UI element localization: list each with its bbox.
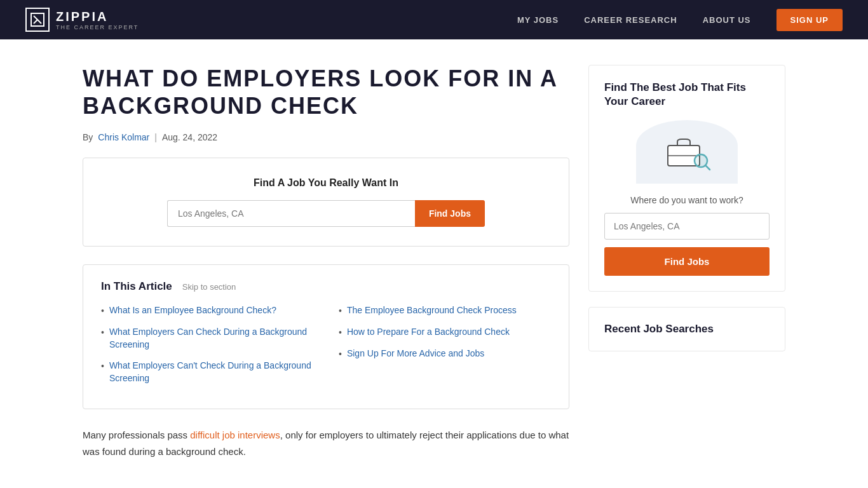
article-body: Many professionals pass difficult job in… [83, 427, 569, 459]
job-search-row: Find Jobs [167, 200, 485, 227]
toc-header: In This Article Skip to section [101, 280, 551, 293]
main-nav: MY JOBS CAREER RESEARCH ABOUT US SIGN UP [517, 9, 843, 31]
signup-button[interactable]: SIGN UP [776, 9, 843, 31]
recent-searches-title: Recent Job Searches [604, 323, 770, 336]
nav-my-jobs[interactable]: MY JOBS [517, 15, 559, 25]
article-title: WHAT DO EMPLOYERS LOOK FOR IN A BACKGROU… [83, 65, 569, 119]
logo-name: ZIPPIA [56, 10, 139, 24]
toc-col-left: • What Is an Employee Background Check? … [101, 304, 313, 393]
toc-link-3[interactable]: What Employers Can't Check During a Back… [109, 360, 313, 384]
article-meta: By Chris Kolmar | Aug. 24, 2022 [83, 132, 569, 142]
illustration-bg [636, 120, 738, 184]
content-left: WHAT DO EMPLOYERS LOOK FOR IN A BACKGROU… [83, 65, 569, 470]
toc-columns: • What Is an Employee Background Check? … [101, 304, 551, 393]
nav-about-us[interactable]: ABOUT US [703, 15, 751, 25]
toc-box: In This Article Skip to section • What I… [83, 264, 569, 409]
sidebar-card-2: Recent Job Searches [588, 307, 785, 351]
toc-item: • What Employers Can't Check During a Ba… [101, 360, 313, 384]
toc-bullet: • [339, 306, 342, 316]
meta-divider: | [154, 132, 157, 142]
toc-bullet: • [339, 327, 342, 337]
find-jobs-button-top[interactable]: Find Jobs [415, 200, 485, 227]
toc-col-right: • The Employee Background Check Process … [339, 304, 551, 393]
toc-bullet: • [339, 349, 342, 359]
sidebar-where-label: Where do you want to work? [604, 195, 770, 205]
toc-bullet: • [101, 327, 104, 337]
sidebar-find-jobs-button[interactable]: Find Jobs [604, 247, 770, 276]
meta-by: By [83, 132, 93, 142]
logo-text: ZIPPIA THE CAREER EXPERT [56, 10, 139, 30]
toc-item: • What Employers Can Check During a Back… [101, 326, 313, 351]
toc-link-2[interactable]: What Employers Can Check During a Backgr… [109, 326, 313, 351]
header: ZIPPIA THE CAREER EXPERT MY JOBS CAREER … [0, 0, 868, 39]
toc-title: In This Article [101, 280, 172, 293]
logo[interactable]: ZIPPIA THE CAREER EXPERT [25, 8, 139, 32]
toc-link-6[interactable]: Sign Up For More Advice and Jobs [347, 348, 484, 360]
toc-item: • How to Prepare For a Background Check [339, 326, 551, 339]
sidebar-illustration [604, 120, 770, 184]
toc-bullet: • [101, 306, 104, 316]
content-right: Find The Best Job That Fits Your Career [588, 65, 785, 470]
sidebar-location-input[interactable] [604, 213, 770, 240]
main-container: WHAT DO EMPLOYERS LOOK FOR IN A BACKGROU… [0, 39, 868, 488]
toc-item: • The Employee Background Check Process [339, 304, 551, 317]
logo-icon [25, 8, 50, 32]
svg-line-6 [705, 165, 710, 170]
article-date: Aug. 24, 2022 [162, 132, 217, 142]
toc-link-1[interactable]: What Is an Employee Background Check? [109, 304, 276, 317]
toc-link-4[interactable]: The Employee Background Check Process [347, 304, 517, 317]
job-search-box: Find A Job You Really Want In Find Jobs [83, 158, 569, 247]
difficult-interviews-link[interactable]: difficult job interviews [190, 430, 280, 440]
svg-line-2 [34, 20, 37, 24]
job-search-title: Find A Job You Really Want In [102, 177, 550, 189]
logo-tagline: THE CAREER EXPERT [56, 24, 139, 30]
paragraph-text-start: Many professionals pass [83, 430, 190, 440]
author-link[interactable]: Chris Kolmar [98, 132, 149, 142]
job-search-input[interactable] [167, 200, 415, 227]
toc-bullet: • [101, 361, 104, 371]
sidebar-card-1: Find The Best Job That Fits Your Career [588, 65, 785, 292]
toc-item: • What Is an Employee Background Check? [101, 304, 313, 317]
nav-career-research[interactable]: CAREER RESEARCH [584, 15, 677, 25]
toc-link-5[interactable]: How to Prepare For a Background Check [347, 326, 510, 339]
sidebar-card-1-title: Find The Best Job That Fits Your Career [604, 81, 770, 109]
toc-item: • Sign Up For More Advice and Jobs [339, 348, 551, 360]
skip-section-link[interactable]: Skip to section [182, 282, 236, 292]
briefcase-illustration [661, 133, 712, 171]
article-paragraph-1: Many professionals pass difficult job in… [83, 427, 569, 459]
